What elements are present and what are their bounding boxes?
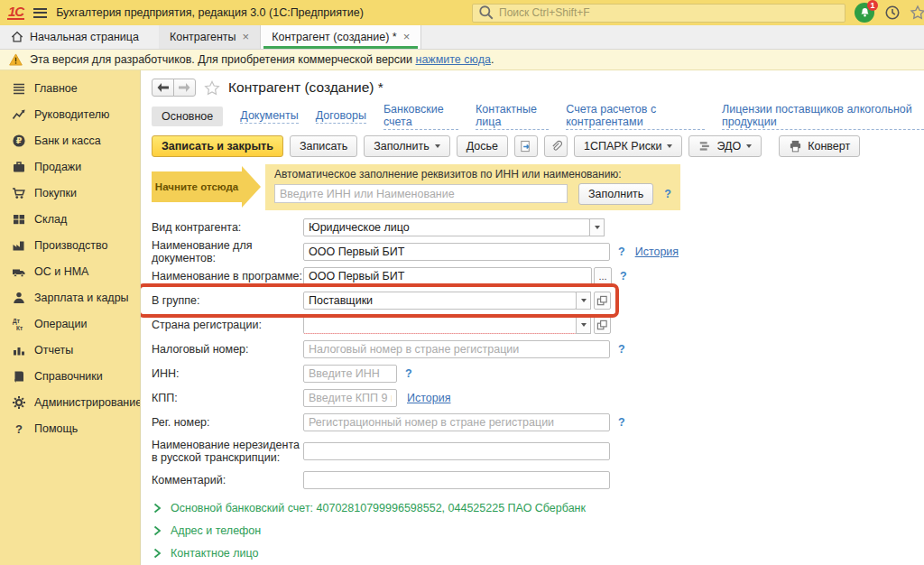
reg-number-label: Рег. номер:	[152, 416, 303, 429]
forward-button[interactable]	[173, 79, 196, 97]
sidebar-item-manager[interactable]: Руководителю	[0, 101, 140, 127]
group-combobox[interactable]	[303, 292, 577, 310]
sidebar-item-operations[interactable]: ДтКт Операции	[0, 310, 140, 337]
tab-contracts[interactable]: Договоры	[316, 109, 366, 124]
tax-number-input[interactable]	[303, 340, 610, 358]
spark-label: 1СПАРК Риски	[584, 140, 661, 153]
gear-icon	[12, 395, 26, 410]
comment-input[interactable]	[303, 471, 610, 489]
sidebar-item-directories[interactable]: Справочники	[0, 363, 140, 389]
kpp-input[interactable]	[303, 389, 397, 407]
group-open-icon[interactable]	[594, 292, 611, 310]
main-menu-icon[interactable]	[33, 8, 47, 18]
sidebar-item-fixed-assets[interactable]: ОС и НМА	[0, 258, 140, 284]
counterparty-form-fields: Вид контрагента: Наименование для докуме…	[152, 218, 924, 490]
warning-message: Эта версия для разработчиков. Для приобр…	[30, 53, 412, 66]
tab-main[interactable]: Основное	[152, 107, 223, 126]
truck-icon	[12, 264, 26, 279]
tab-counterparties[interactable]: Контрагенты ×	[159, 25, 261, 49]
fill-dropdown-button[interactable]: Заполнить	[364, 135, 449, 157]
window-tabbar: Начальная страница Контрагенты × Контраг…	[0, 25, 924, 50]
kpp-history-link[interactable]: История	[407, 392, 450, 404]
factory-icon	[12, 238, 26, 253]
edo-dropdown-button[interactable]: ЭДО	[688, 135, 762, 157]
notifications-button[interactable]: 1	[855, 3, 875, 23]
name-docs-history-link[interactable]: История	[635, 245, 679, 258]
favorite-star-icon[interactable]	[204, 80, 220, 96]
sidebar-item-main[interactable]: Главное	[0, 75, 140, 101]
load-data-button[interactable]	[514, 135, 538, 157]
search-input[interactable]	[499, 6, 839, 19]
sidebar-item-bank-cash[interactable]: ₽ Банк и касса	[0, 127, 140, 153]
buy-commercial-link[interactable]: нажмите сюда	[415, 53, 490, 66]
close-tab-icon[interactable]: ×	[243, 32, 250, 42]
back-button[interactable]	[152, 79, 174, 97]
sidebar-item-payroll[interactable]: Зарплата и кадры	[0, 284, 140, 310]
reg-number-help-icon[interactable]: ?	[618, 416, 625, 429]
group-dropdown-icon[interactable]	[576, 292, 591, 310]
name-for-documents-input[interactable]	[303, 243, 610, 261]
tab-counterparty-create[interactable]: Контрагент (создание) * ×	[261, 25, 421, 49]
sidebar-item-warehouse[interactable]: Склад	[0, 206, 140, 232]
sidebar-item-reports[interactable]: Отчеты	[0, 337, 140, 363]
tab-alcohol-licenses[interactable]: Лицензии поставщиков алкогольной продукц…	[722, 103, 924, 130]
ruble-coin-icon: ₽	[12, 134, 26, 148]
sidebar-label: Главное	[34, 82, 78, 95]
start-here-label: Начните отсюда	[155, 181, 238, 192]
chevron-down-icon	[746, 144, 752, 148]
sidebar-item-help[interactable]: ? Помощь	[0, 415, 140, 441]
name-prog-more-button[interactable]: ...	[594, 267, 612, 285]
name-prog-help-icon[interactable]: ?	[620, 270, 627, 282]
nonresident-label-line1: Наименование нерезидента	[152, 439, 300, 451]
field-row-comment: Комментарий:	[152, 470, 924, 490]
sidebar-item-sales[interactable]: Продажи	[0, 153, 140, 180]
section-label: Контактное лицо	[171, 547, 259, 560]
svg-text:₽: ₽	[16, 135, 23, 145]
nonresident-name-input[interactable]	[303, 442, 610, 460]
sidebar-label: Администрирование	[34, 396, 142, 409]
reg-number-input[interactable]	[303, 413, 610, 431]
home-icon	[11, 31, 23, 43]
kind-dropdown-icon[interactable]	[589, 218, 605, 236]
chevron-down-icon	[435, 144, 440, 148]
field-row-kpp: КПП: История	[152, 388, 924, 408]
autofill-fill-button[interactable]: Заполнить	[578, 183, 653, 205]
country-combobox[interactable]	[303, 316, 577, 334]
tab-settlement-accounts[interactable]: Счета расчетов с контрагентами	[566, 103, 705, 130]
section-address-phone[interactable]: Адрес и телефон	[152, 523, 924, 538]
favorites-star-icon[interactable]	[910, 5, 924, 21]
inn-help-icon[interactable]: ?	[405, 367, 412, 380]
save-button[interactable]: Записать	[290, 135, 357, 157]
country-dropdown-icon[interactable]	[576, 316, 591, 334]
autofill-hint-area: Начните отсюда Автоматическое заполнение…	[152, 166, 924, 208]
sidebar-item-administration[interactable]: Администрирование	[0, 389, 140, 415]
sidebar-item-purchases[interactable]: Покупки	[0, 180, 140, 206]
name-in-program-input[interactable]	[303, 267, 592, 285]
page-title: Контрагент (создание) *	[228, 79, 383, 96]
autofill-help-icon[interactable]: ?	[664, 188, 671, 200]
tab-documents[interactable]: Документы	[240, 109, 298, 124]
attachments-button[interactable]	[544, 135, 568, 157]
fill-label: Заполнить	[374, 140, 429, 153]
global-search[interactable]	[472, 4, 845, 23]
envelope-print-button[interactable]: Конверт	[779, 135, 860, 157]
name-docs-help-icon[interactable]: ?	[618, 245, 625, 258]
inn-input[interactable]	[303, 365, 397, 383]
section-main-bank-account[interactable]: Основной банковский счет: 40702810799996…	[152, 501, 924, 515]
inn-or-name-input[interactable]	[274, 184, 568, 203]
history-icon[interactable]	[884, 5, 901, 21]
save-and-close-button[interactable]: Записать и закрыть	[152, 135, 283, 157]
sidebar-item-production[interactable]: Производство	[0, 232, 140, 258]
tax-number-help-icon[interactable]: ?	[618, 343, 625, 356]
section-contact-person[interactable]: Контактное лицо	[152, 546, 924, 560]
kind-combobox[interactable]	[303, 218, 590, 236]
country-open-icon[interactable]	[594, 316, 611, 334]
tab-bank-accounts[interactable]: Банковские счета	[383, 103, 458, 130]
tab-home-page[interactable]: Начальная страница	[0, 25, 159, 49]
dossier-button[interactable]: Досье	[457, 135, 508, 157]
tab-contact-persons[interactable]: Контактные лица	[476, 103, 549, 130]
sidebar-label: Склад	[34, 213, 67, 226]
spark-risks-dropdown-button[interactable]: 1СПАРК Риски	[574, 135, 682, 157]
inn-label: ИНН:	[152, 367, 303, 380]
close-tab-icon[interactable]: ×	[403, 32, 411, 42]
